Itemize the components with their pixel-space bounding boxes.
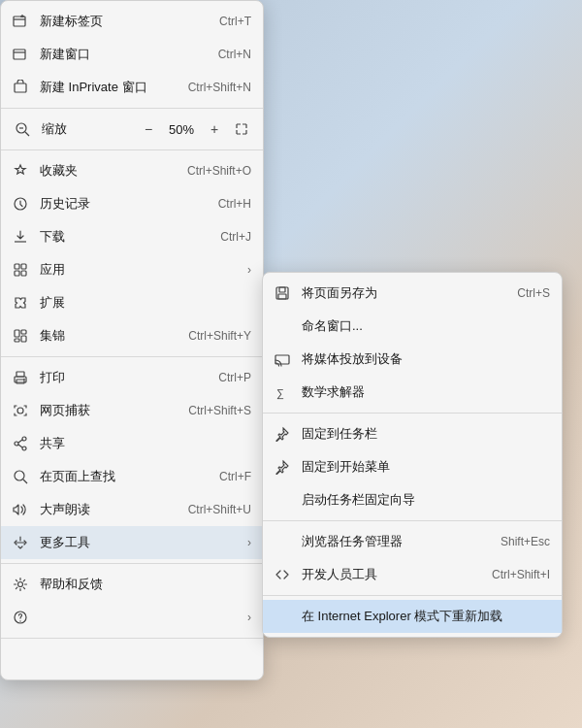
sub-menu-item-pin-taskbar[interactable]: 固定到任务栏 (263, 417, 562, 450)
apps-icon (11, 260, 30, 280)
read-aloud-icon (11, 500, 30, 519)
menu-item-history[interactable]: 历史记录 Ctrl+H (1, 187, 263, 220)
menu-item-find-shortcut: Ctrl+F (219, 470, 251, 483)
svg-line-28 (18, 440, 22, 443)
sub-menu-item-devtools[interactable]: 开发人员工具 Ctrl+Shift+I (263, 558, 562, 591)
zoom-expand-button[interactable] (232, 119, 251, 139)
svg-rect-6 (15, 83, 26, 92)
separator-1 (1, 108, 263, 109)
zoom-plus-button[interactable]: + (205, 119, 224, 139)
sub-menu-task-manager-label: 浏览器任务管理器 (302, 533, 501, 550)
zoom-label: 缩放 (42, 120, 139, 138)
screenshot-icon (11, 401, 30, 420)
svg-line-31 (23, 480, 27, 483)
menu-item-history-label: 历史记录 (40, 195, 199, 213)
math-icon: ∑ (273, 382, 292, 402)
settings-icon (11, 575, 30, 594)
sub-menu-math-label: 数学求解器 (302, 383, 550, 401)
sub-menu-item-save-page[interactable]: 将页面另存为 Ctrl+S (263, 277, 562, 310)
collections-icon (11, 326, 30, 346)
share-icon (11, 434, 30, 453)
menu-item-settings[interactable]: 帮助和反馈 (1, 568, 263, 601)
find-icon (11, 467, 30, 486)
svg-rect-19 (15, 339, 19, 342)
menu-item-help[interactable]: › (1, 601, 263, 634)
menu-item-new-inprivate[interactable]: 新建 InPrivate 窗口 Ctrl+Shift+N (1, 71, 263, 104)
svg-rect-15 (21, 271, 26, 276)
svg-text:∑: ∑ (276, 387, 284, 400)
menu-item-read-aloud[interactable]: 大声朗读 Ctrl+Shift+U (1, 493, 263, 526)
svg-rect-17 (21, 330, 26, 334)
svg-rect-0 (14, 17, 25, 26)
menu-item-extensions-label: 扩展 (40, 294, 251, 312)
sub-menu-task-manager-shortcut: Shift+Esc (501, 535, 550, 548)
cast-icon (273, 349, 292, 369)
sub-sep-1 (263, 413, 562, 414)
menu-item-new-tab-label: 新建标签页 (40, 13, 200, 30)
menu-item-new-window[interactable]: 新建窗口 Ctrl+N (1, 38, 263, 71)
svg-point-25 (22, 437, 26, 441)
sub-menu-item-math[interactable]: ∑ 数学求解器 (263, 376, 562, 409)
sub-menu-name-window-label: 命名窗口... (302, 317, 550, 335)
name-window-icon (273, 316, 292, 336)
svg-point-24 (17, 408, 23, 414)
zoom-row: 缩放 − 50% + (1, 113, 263, 146)
favorites-icon (11, 161, 30, 181)
sub-sep-3 (263, 595, 562, 596)
devtools-icon (273, 565, 292, 584)
inprivate-icon (11, 78, 30, 97)
save-icon (273, 283, 292, 303)
menu-item-new-tab[interactable]: 新建标签页 Ctrl+T (1, 5, 263, 38)
close-edge-icon (11, 649, 30, 669)
menu-item-screenshot-shortcut: Ctrl+Shift+S (188, 404, 251, 417)
menu-item-collections-shortcut: Ctrl+Shift+Y (188, 329, 251, 343)
svg-rect-4 (14, 50, 25, 59)
menu-item-print-label: 打印 (40, 369, 199, 386)
sub-menu-startup-label: 启动任务栏固定向导 (302, 491, 550, 509)
menu-item-read-aloud-shortcut: Ctrl+Shift+U (188, 503, 251, 516)
svg-point-34 (19, 620, 20, 621)
sub-menu-item-ie-mode[interactable]: 在 Internet Explorer 模式下重新加载 (263, 600, 562, 633)
separator-5 (1, 638, 263, 639)
main-menu: 新建标签页 Ctrl+T 新建窗口 Ctrl+N 新建 InPrivate 窗口… (0, 0, 264, 680)
menu-item-print-shortcut: Ctrl+P (218, 371, 251, 384)
menu-item-apps[interactable]: 应用 › (1, 253, 263, 286)
sub-menu-item-pin-start[interactable]: 固定到开始菜单 (263, 450, 562, 483)
menu-item-close-edge[interactable] (1, 643, 263, 676)
menu-item-settings-label: 帮助和反馈 (40, 576, 251, 593)
menu-item-share[interactable]: 共享 (1, 427, 263, 460)
menu-item-share-label: 共享 (40, 435, 251, 452)
menu-item-more-tools-label: 更多工具 (40, 534, 240, 551)
apps-arrow-icon: › (247, 263, 251, 277)
sub-menu-item-cast[interactable]: 将媒体投放到设备 (263, 343, 562, 376)
zoom-minus-button[interactable]: − (139, 119, 158, 139)
pin-taskbar-icon (273, 424, 292, 444)
startup-icon (273, 490, 292, 510)
menu-item-screenshot[interactable]: 网页捕获 Ctrl+Shift+S (1, 394, 263, 427)
sub-menu-item-task-manager[interactable]: 浏览器任务管理器 Shift+Esc (263, 525, 562, 558)
help-icon (11, 608, 30, 627)
menu-item-read-aloud-label: 大声朗读 (40, 501, 169, 518)
sub-menu-item-name-window[interactable]: 命名窗口... (263, 310, 562, 343)
svg-rect-12 (15, 264, 19, 269)
svg-line-8 (25, 132, 29, 136)
sub-menu-save-label: 将页面另存为 (302, 284, 517, 302)
menu-item-print[interactable]: 打印 Ctrl+P (1, 361, 263, 394)
svg-rect-14 (15, 271, 19, 276)
more-tools-icon (11, 533, 30, 552)
menu-item-new-inprivate-shortcut: Ctrl+Shift+N (188, 81, 251, 94)
menu-item-more-tools[interactable]: 更多工具 › (1, 526, 263, 559)
menu-item-downloads[interactable]: 下载 Ctrl+J (1, 220, 263, 253)
svg-rect-36 (279, 287, 285, 292)
menu-item-collections[interactable]: 集锦 Ctrl+Shift+Y (1, 319, 263, 352)
menu-item-new-inprivate-label: 新建 InPrivate 窗口 (40, 79, 169, 96)
menu-item-screenshot-label: 网页捕获 (40, 402, 169, 419)
history-icon (11, 194, 30, 214)
menu-item-extensions[interactable]: 扩展 (1, 286, 263, 319)
sub-menu-save-shortcut: Ctrl+S (517, 286, 550, 300)
menu-item-favorites[interactable]: 收藏夹 Ctrl+Shift+O (1, 154, 263, 187)
menu-item-favorites-shortcut: Ctrl+Shift+O (187, 164, 251, 178)
sub-menu-item-startup[interactable]: 启动任务栏固定向导 (263, 483, 562, 516)
menu-item-find[interactable]: 在页面上查找 Ctrl+F (1, 460, 263, 493)
sub-menu: 将页面另存为 Ctrl+S 命名窗口... 将媒体投放到设备 ∑ 数学求解器 固… (262, 272, 563, 638)
